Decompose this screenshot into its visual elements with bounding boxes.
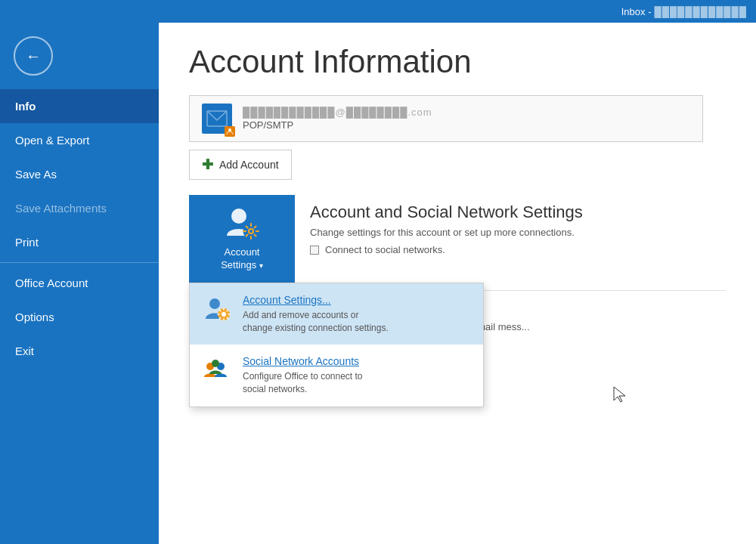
sidebar-item-save-as[interactable]: Save As xyxy=(0,157,159,191)
cursor xyxy=(612,385,627,406)
sidebar-item-label: Office Account xyxy=(15,277,88,289)
svg-point-8 xyxy=(222,312,226,317)
back-button[interactable]: ← xyxy=(14,36,53,76)
svg-point-6 xyxy=(209,298,220,309)
sidebar-item-info[interactable]: Info xyxy=(0,89,159,123)
account-settings-title: Account and Social Network Settings xyxy=(310,202,711,222)
dropdown-item-2-text: Social Network Accounts Configure Office… xyxy=(243,355,363,396)
sidebar-item-label: Exit xyxy=(15,345,34,357)
caret-down-icon: ▾ xyxy=(259,261,263,270)
dropdown-social-icon xyxy=(202,355,232,385)
sidebar-item-label: Save Attachments xyxy=(15,202,107,215)
dropdown-item-1-text: Account Settings... Add and remove accou… xyxy=(243,294,389,335)
account-type: POP/SMTP xyxy=(243,119,432,131)
page-title: Account Information xyxy=(159,23,756,95)
sidebar-item-label: Options xyxy=(15,311,54,323)
account-settings-icon xyxy=(224,206,260,242)
account-email: ████████████@████████.com xyxy=(243,107,432,118)
connect-social-row: Connect to social networks. xyxy=(310,244,711,255)
svg-point-2 xyxy=(231,209,246,224)
dropdown-item-account-settings[interactable]: Account Settings... Add and remove accou… xyxy=(190,283,483,345)
connect-social-checkbox[interactable] xyxy=(310,246,319,255)
dropdown-item-1-desc: Add and remove accounts orchange existin… xyxy=(243,309,389,335)
sidebar: ← Info Open & Export Save As Save Attach… xyxy=(0,23,159,544)
account-settings-section: Account Settings ▾ Account and Social Ne… xyxy=(189,195,726,283)
account-info: ████████████@████████.com POP/SMTP xyxy=(243,107,432,131)
account-settings-wrapper: Account Settings ▾ Account and Social Ne… xyxy=(189,195,726,283)
inbox-label: Inbox - xyxy=(621,6,652,17)
sidebar-item-open-export[interactable]: Open & Export xyxy=(0,123,159,157)
account-settings-right: Account and Social Network Settings Chan… xyxy=(295,195,726,263)
svg-point-5 xyxy=(249,230,253,233)
sidebar-item-label: Info xyxy=(15,100,36,113)
svg-point-11 xyxy=(212,360,219,367)
add-account-button[interactable]: ✚ Add Account xyxy=(189,150,292,180)
sidebar-item-label: Save As xyxy=(15,168,57,181)
sidebar-item-office-account[interactable]: Office Account xyxy=(0,266,159,300)
inbox-email: ████████████ xyxy=(654,6,747,17)
dropdown-item-2-desc: Configure Office to connect tosocial net… xyxy=(243,370,363,396)
sidebar-item-print[interactable]: Print xyxy=(0,225,159,259)
svg-point-1 xyxy=(228,128,231,131)
dropdown-item-social-network[interactable]: Social Network Accounts Configure Office… xyxy=(190,345,483,406)
connect-social-label: Connect to social networks. xyxy=(325,244,445,255)
account-settings-dropdown: Account Settings... Add and remove accou… xyxy=(189,283,484,407)
plus-icon: ✚ xyxy=(202,156,213,173)
account-settings-btn-label: Account Settings xyxy=(221,246,259,270)
dropdown-item-1-title: Account Settings... xyxy=(243,294,389,306)
sidebar-item-options[interactable]: Options xyxy=(0,300,159,334)
account-section: ████████████@████████.com POP/SMTP ✚ Add… xyxy=(159,95,756,335)
add-account-label: Add Account xyxy=(219,159,279,171)
sidebar-item-save-attachments: Save Attachments xyxy=(0,191,159,225)
back-icon: ← xyxy=(26,48,41,65)
sidebar-item-label: Open & Export xyxy=(15,134,89,147)
sidebar-item-exit[interactable]: Exit xyxy=(0,334,159,368)
top-bar: Inbox - ████████████ xyxy=(0,0,756,23)
sidebar-divider xyxy=(0,262,159,263)
account-settings-desc: Change settings for this account or set … xyxy=(310,227,711,238)
account-card-icon xyxy=(202,104,232,134)
dropdown-account-settings-icon xyxy=(202,294,232,324)
sidebar-item-label: Print xyxy=(15,236,39,249)
content-area: Account Information ████ xyxy=(159,23,756,544)
account-card[interactable]: ████████████@████████.com POP/SMTP xyxy=(189,95,703,142)
main-layout: ← Info Open & Export Save As Save Attach… xyxy=(0,23,756,544)
dropdown-item-2-title: Social Network Accounts xyxy=(243,355,363,367)
account-settings-button[interactable]: Account Settings ▾ xyxy=(189,195,295,283)
